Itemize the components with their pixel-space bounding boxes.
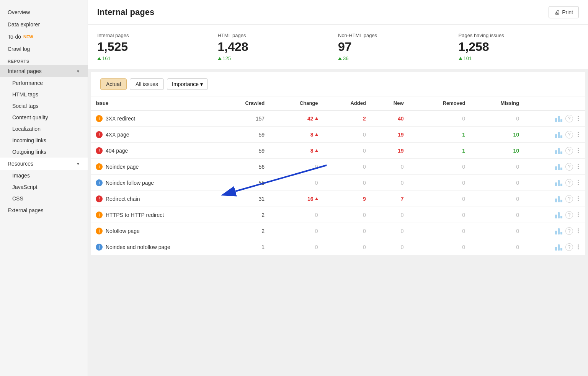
stat-delta: 125 bbox=[218, 55, 329, 61]
sidebar-item-resources[interactable]: Resources ▼ bbox=[0, 158, 88, 170]
issue-cell[interactable]: ! Redirect chain bbox=[91, 191, 214, 207]
table-row[interactable]: i Noindex page 56 0 0 0 0 0 ? bbox=[91, 159, 585, 175]
issue-label: Noindex page bbox=[106, 164, 139, 170]
table-row[interactable]: i Noindex follow page 55 0 0 0 0 0 ? bbox=[91, 175, 585, 191]
issue-cell[interactable]: ! 404 page bbox=[91, 143, 214, 159]
sidebar-item-content-quality[interactable]: Content quality bbox=[0, 112, 88, 123]
sidebar-item-css[interactable]: CSS bbox=[0, 193, 88, 204]
more-options-icon[interactable] bbox=[576, 114, 580, 122]
actual-tab[interactable]: Actual bbox=[100, 78, 127, 90]
added-cell: 9 bbox=[323, 191, 371, 207]
more-options-icon[interactable] bbox=[576, 146, 580, 155]
stat-value: 97 bbox=[338, 40, 449, 54]
sidebar-item-data-explorer[interactable]: Data explorer bbox=[0, 18, 88, 31]
help-icon[interactable]: ? bbox=[565, 115, 573, 122]
issue-cell[interactable]: i Noindex page bbox=[91, 159, 214, 175]
help-icon[interactable]: ? bbox=[565, 179, 573, 187]
more-options-icon[interactable] bbox=[576, 227, 580, 235]
col-new: New bbox=[371, 96, 408, 110]
added-cell: 0 bbox=[323, 143, 371, 159]
more-options-icon[interactable] bbox=[576, 130, 580, 138]
bar-chart-icon[interactable] bbox=[555, 195, 562, 202]
table-row[interactable]: ! 4XX page 59 8 0 19 1 10 ? bbox=[91, 127, 585, 143]
stat-label: HTML pages bbox=[218, 33, 329, 38]
more-options-icon[interactable] bbox=[576, 163, 580, 171]
table-row[interactable]: i Noindex and nofollow page 1 0 0 0 0 0 … bbox=[91, 239, 585, 255]
new-cell: 0 bbox=[371, 207, 408, 223]
table-row[interactable]: i Nofollow page 2 0 0 0 0 0 ? bbox=[91, 223, 585, 239]
issue-label: Redirect chain bbox=[106, 196, 140, 202]
bar-chart-icon[interactable] bbox=[555, 244, 562, 251]
change-cell: 8 bbox=[269, 143, 322, 159]
help-icon[interactable]: ? bbox=[565, 227, 573, 235]
table-row[interactable]: ! Redirect chain 31 16 9 7 0 0 ? bbox=[91, 191, 585, 207]
stat-delta: 101 bbox=[459, 55, 570, 61]
sidebar-item-external-pages[interactable]: External pages bbox=[0, 204, 88, 216]
main-content: Internal pages 🖨 Print Internal pages 1,… bbox=[88, 0, 588, 376]
issue-label: 4XX page bbox=[106, 132, 129, 138]
sidebar-item-localization[interactable]: Localization bbox=[0, 123, 88, 135]
bar-chart-icon[interactable] bbox=[555, 212, 562, 218]
issue-cell[interactable]: i Nofollow page bbox=[91, 223, 214, 239]
triangle-up-icon bbox=[459, 57, 462, 60]
new-cell: 0 bbox=[371, 223, 408, 239]
sidebar-item-performance[interactable]: Performance bbox=[0, 77, 88, 89]
added-cell: 0 bbox=[323, 223, 371, 239]
sidebar: Overview Data explorer To-do NEW Crawl l… bbox=[0, 0, 88, 376]
removed-cell: 0 bbox=[408, 223, 470, 239]
col-issue: Issue bbox=[91, 96, 214, 110]
more-options-icon[interactable] bbox=[576, 195, 580, 203]
print-button[interactable]: 🖨 Print bbox=[549, 6, 579, 18]
bar-chart-icon[interactable] bbox=[555, 115, 562, 122]
help-icon[interactable]: ? bbox=[565, 147, 573, 155]
more-options-icon[interactable] bbox=[576, 179, 580, 187]
more-options-icon[interactable] bbox=[576, 211, 580, 219]
sidebar-item-todo[interactable]: To-do NEW bbox=[0, 31, 88, 43]
sidebar-item-javascript[interactable]: JavaScript bbox=[0, 181, 88, 193]
bar-chart-icon[interactable] bbox=[555, 163, 562, 170]
more-options-icon[interactable] bbox=[576, 243, 580, 251]
issue-cell[interactable]: i HTTPS to HTTP redirect bbox=[91, 207, 214, 223]
sidebar-item-outgoing-links[interactable]: Outgoing links bbox=[0, 146, 88, 158]
stats-row: Internal pages 1,525 161 HTML pages 1,42… bbox=[88, 25, 588, 69]
issue-label: Noindex and nofollow page bbox=[106, 244, 170, 250]
removed-cell: 1 bbox=[408, 127, 470, 143]
help-icon[interactable]: ? bbox=[565, 163, 573, 171]
actions-cell: ? bbox=[524, 143, 585, 159]
table-row[interactable]: i 3XX redirect 157 42 2 40 0 0 ? bbox=[91, 110, 585, 127]
bar-chart-icon[interactable] bbox=[555, 179, 562, 186]
bar-chart-icon[interactable] bbox=[555, 147, 562, 154]
issue-cell[interactable]: i 3XX redirect bbox=[91, 110, 214, 127]
table-row[interactable]: ! 404 page 59 8 0 19 1 10 ? bbox=[91, 143, 585, 159]
crawled-cell: 59 bbox=[214, 127, 269, 143]
new-badge: NEW bbox=[23, 34, 33, 39]
issue-cell[interactable]: i Noindex and nofollow page bbox=[91, 239, 214, 255]
sidebar-item-crawl-log[interactable]: Crawl log bbox=[0, 43, 88, 55]
sidebar-item-html-tags[interactable]: HTML tags bbox=[0, 89, 88, 100]
print-icon: 🖨 bbox=[554, 9, 560, 15]
table-row[interactable]: i HTTPS to HTTP redirect 2 0 0 0 0 0 ? bbox=[91, 207, 585, 223]
issue-icon: ! bbox=[96, 131, 103, 138]
issue-label: 404 page bbox=[106, 148, 128, 154]
importance-dropdown[interactable]: Importance ▾ bbox=[167, 78, 208, 90]
missing-cell: 0 bbox=[470, 239, 524, 255]
help-icon[interactable]: ? bbox=[565, 131, 573, 138]
sidebar-item-images[interactable]: Images bbox=[0, 170, 88, 181]
change-cell: 0 bbox=[269, 223, 322, 239]
bar-chart-icon[interactable] bbox=[555, 131, 562, 138]
sidebar-item-overview[interactable]: Overview bbox=[0, 6, 88, 18]
added-cell: 0 bbox=[323, 239, 371, 255]
help-icon[interactable]: ? bbox=[565, 243, 573, 251]
issue-cell[interactable]: i Noindex follow page bbox=[91, 175, 214, 191]
removed-cell: 0 bbox=[408, 159, 470, 175]
help-icon[interactable]: ? bbox=[565, 195, 573, 203]
help-icon[interactable]: ? bbox=[565, 211, 573, 219]
all-issues-tab[interactable]: All issues bbox=[130, 78, 164, 90]
sidebar-item-incoming-links[interactable]: Incoming links bbox=[0, 135, 88, 146]
sidebar-item-social-tags[interactable]: Social tags bbox=[0, 100, 88, 112]
issue-cell[interactable]: ! 4XX page bbox=[91, 127, 214, 143]
sidebar-item-internal-pages[interactable]: Internal pages ▼ bbox=[0, 65, 88, 77]
bar-chart-icon[interactable] bbox=[555, 228, 562, 234]
page-header: Internal pages 🖨 Print bbox=[88, 0, 588, 25]
new-cell: 19 bbox=[371, 127, 408, 143]
